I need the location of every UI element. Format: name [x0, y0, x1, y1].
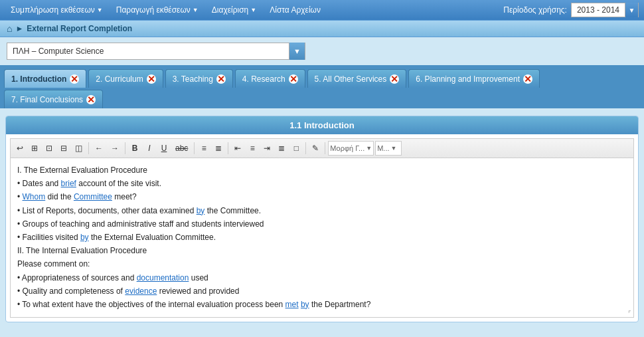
tab-other-services-close[interactable]: ✕: [390, 74, 399, 84]
editor-link-whom[interactable]: Whom: [23, 192, 46, 201]
tab-curriculum[interactable]: 2. Curriculum ✕: [88, 69, 163, 88]
toolbar-style-arrow: ▼: [366, 145, 372, 152]
editor-toolbar: ↩ ⊞ ⊡ ⊟ ◫ ← → B I U abc ≡ ≣ ⇤ ≡ ⇥ ≣: [10, 138, 634, 158]
toolbar-sep-2: [125, 142, 125, 154]
editor-link-by3[interactable]: by: [301, 300, 309, 309]
tab-teaching-label: 3. Teaching: [173, 74, 213, 84]
editor-container: I. The External Evaluation Procedure • D…: [10, 158, 634, 318]
toolbar-align-center[interactable]: ≡: [246, 141, 259, 156]
editor-link-committee1[interactable]: Committee: [74, 192, 112, 201]
toolbar-style-value: Μορφή Γ...: [330, 144, 364, 152]
editor-line-9: • Appropriateness of sources and documen…: [17, 272, 627, 284]
department-dropdown-btn[interactable]: ▼: [289, 43, 305, 60]
tab-research-close[interactable]: ✕: [289, 74, 298, 84]
toolbar-italic[interactable]: I: [143, 141, 156, 156]
tab-introduction-close[interactable]: ✕: [70, 74, 79, 84]
editor-wrapper: ↩ ⊞ ⊡ ⊟ ◫ ← → B I U abc ≡ ≣ ⇤ ≡ ⇥ ≣: [6, 134, 638, 322]
editor-line-6: • Facilities visited by the External Eva…: [17, 231, 627, 244]
editor-line-8: Please comment on:: [17, 258, 627, 271]
menu-manage-label: Διαχείριση: [212, 5, 249, 15]
editor-line-4: • List of Reports, documents, other data…: [17, 205, 627, 217]
period-dropdown[interactable]: 2013 - 2014 ▼: [571, 3, 639, 17]
editor-line-11: • To what extent have the objectives of …: [17, 298, 627, 311]
toolbar-bold[interactable]: B: [128, 141, 141, 156]
editor-link-doc[interactable]: documentation: [137, 273, 189, 282]
tab-introduction[interactable]: 1. Introduction ✕: [4, 69, 86, 88]
menu-bar: Συμπλήρωση εκθέσεων ▼ Παραγωγή εκθέσεων …: [0, 0, 644, 20]
tab-final-conclusions-label: 7. Final Conclusions: [11, 95, 83, 104]
toolbar-list-unordered[interactable]: ≡: [197, 141, 210, 156]
toolbar-underline[interactable]: U: [157, 141, 171, 156]
tab-curriculum-close[interactable]: ✕: [147, 74, 156, 84]
menu-item-files[interactable]: Λίστα Αρχείων: [264, 3, 326, 17]
menu-fill-label: Συμπλήρωση εκθέσεων: [11, 5, 95, 15]
period-dropdown-btn[interactable]: ▼: [625, 3, 638, 17]
toolbar-sep-3: [194, 142, 195, 154]
toolbar-font-select[interactable]: Μ... ▼: [375, 141, 402, 156]
editor-area[interactable]: I. The External Evaluation Procedure • D…: [10, 158, 634, 318]
breadcrumb-bar: ⌂ ► External Report Completion: [0, 20, 644, 37]
tab-research-label: 4. Research: [242, 74, 285, 84]
tab-planning-close[interactable]: ✕: [523, 74, 532, 84]
toolbar-paste-word[interactable]: ◫: [72, 141, 86, 156]
toolbar-align-left[interactable]: ⇤: [231, 141, 244, 156]
menu-items: Συμπλήρωση εκθέσεων ▼ Παραγωγή εκθέσεων …: [5, 3, 326, 17]
tab-planning[interactable]: 6. Planning and Improvement ✕: [408, 69, 540, 88]
tab-curriculum-label: 2. Curriculum: [96, 74, 143, 84]
editor-link-met[interactable]: met: [285, 300, 299, 309]
menu-files-label: Λίστα Αρχείων: [270, 5, 321, 15]
menu-item-manage[interactable]: Διαχείριση ▼: [206, 3, 262, 17]
menu-item-fill[interactable]: Συμπλήρωση εκθέσεων ▼: [5, 3, 108, 17]
department-selector[interactable]: ΠΛΗ – Computer Science ▼: [7, 43, 305, 60]
toolbar-paste-text[interactable]: ⊟: [57, 141, 70, 156]
section-box: 1.1 Introduction ↩ ⊞ ⊡ ⊟ ◫ ← → B I U abc…: [5, 116, 639, 322]
tab-planning-label: 6. Planning and Improvement: [416, 74, 520, 84]
editor-link-by1[interactable]: by: [197, 206, 205, 215]
tab-teaching[interactable]: 3. Teaching ✕: [165, 69, 233, 88]
toolbar-align-extra[interactable]: □: [289, 141, 303, 156]
tab-other-services-label: 5. All Other Services: [315, 74, 387, 84]
period-value: 2013 - 2014: [572, 4, 625, 16]
section-title: 1.1 Introduction: [289, 120, 355, 130]
toolbar-font-arrow: ▼: [391, 145, 397, 152]
editor-link-evidence[interactable]: evidence: [125, 286, 157, 296]
toolbar-back[interactable]: ←: [92, 141, 106, 156]
selector-bar: ΠΛΗ – Computer Science ▼: [0, 37, 644, 65]
breadcrumb-link[interactable]: External Report Completion: [27, 24, 132, 33]
toolbar-sep-5: [305, 142, 306, 154]
toolbar-undo[interactable]: ↩: [13, 141, 27, 156]
section-header: 1.1 Introduction: [6, 116, 638, 134]
editor-line-3: • Whom did the Committee meet?: [17, 191, 627, 203]
toolbar-copy[interactable]: ⊞: [28, 141, 41, 156]
toolbar-strikethrough[interactable]: abc: [172, 141, 191, 156]
tabs-row-1: 1. Introduction ✕ 2. Curriculum ✕ 3. Tea…: [4, 69, 640, 88]
tab-research[interactable]: 4. Research ✕: [235, 69, 305, 88]
toolbar-style-select[interactable]: Μορφή Γ... ▼: [328, 141, 374, 156]
resize-handle[interactable]: ⌜: [625, 308, 634, 318]
toolbar-forward[interactable]: →: [108, 141, 122, 156]
editor-link-by2[interactable]: by: [80, 233, 89, 242]
toolbar-sep-1: [88, 142, 89, 154]
editor-line-7: II. The Internal Evaluation Procedure: [17, 245, 627, 257]
toolbar-paste[interactable]: ⊡: [42, 141, 56, 156]
content-area: 1.1 Introduction ↩ ⊞ ⊡ ⊟ ◫ ← → B I U abc…: [0, 110, 644, 328]
toolbar-link[interactable]: ✎: [309, 141, 322, 156]
editor-line-10: • Quality and completeness of evidence r…: [17, 285, 627, 298]
period-label: Περίοδος χρήσης:: [503, 5, 567, 15]
menu-item-produce[interactable]: Παραγωγή εκθέσεων ▼: [111, 3, 204, 17]
toolbar-align-right[interactable]: ⇥: [260, 141, 274, 156]
editor-line-2: • Dates and brief account of the site vi…: [17, 177, 627, 190]
menu-produce-arrow: ▼: [193, 7, 199, 13]
tab-other-services[interactable]: 5. All Other Services ✕: [307, 69, 407, 88]
tab-teaching-close[interactable]: ✕: [216, 74, 226, 84]
toolbar-sep-6: [325, 142, 325, 154]
tab-final-conclusions-close[interactable]: ✕: [86, 95, 96, 104]
toolbar-font-value: Μ...: [377, 144, 389, 152]
toolbar-align-justify[interactable]: ≣: [275, 141, 288, 156]
toolbar-list-ordered[interactable]: ≣: [212, 141, 225, 156]
home-icon[interactable]: ⌂: [7, 23, 12, 34]
editor-link-brief[interactable]: brief: [61, 179, 76, 188]
tab-introduction-label: 1. Introduction: [11, 74, 66, 84]
tab-final-conclusions[interactable]: 7. Final Conclusions ✕: [4, 90, 103, 108]
menu-produce-label: Παραγωγή εκθέσεων: [116, 5, 191, 15]
